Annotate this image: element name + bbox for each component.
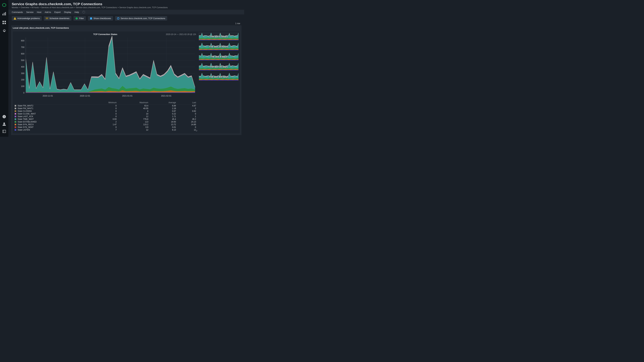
- timerange-thumb[interactable]: The last 35 days: [199, 63, 239, 70]
- timerange-thumb[interactable]: The last 400 days: [199, 73, 239, 81]
- chart-title: TCP Connection States: [45, 33, 166, 35]
- schedule-button[interactable]: 🚧 Schedule downtimes: [44, 16, 72, 21]
- svg-rect-18: [90, 17, 92, 19]
- legend-header: Maximum: [117, 101, 149, 104]
- toolbar: ⚠️ Acknowledge problems 🚧 Schedule downt…: [8, 14, 244, 22]
- timerange-thumb[interactable]: The last 25 hours: [199, 43, 239, 50]
- legend-value: 0.22: [149, 112, 176, 115]
- timerange-thumb[interactable]: The last 4 hours: [199, 33, 239, 40]
- legend-value: 0.9: [117, 126, 149, 129]
- legend-value: 2: [88, 120, 117, 123]
- timerange-thumb[interactable]: The last 8 days: [199, 53, 239, 60]
- settings-icon[interactable]: [2, 29, 6, 33]
- svg-text:0: 0: [23, 92, 24, 94]
- schedule-label: Schedule downtimes: [49, 17, 70, 19]
- main: Service Graphs docs.checkmk.com, TCP Con…: [8, 0, 244, 137]
- svg-text:300: 300: [21, 72, 24, 75]
- svg-marker-0: [2, 3, 6, 7]
- legend-value: 113: [117, 120, 149, 123]
- legend-value: 2: [176, 107, 197, 110]
- sidebar: i: [0, 0, 8, 137]
- dashboard-icon[interactable]: [2, 20, 6, 24]
- legend-value: 0: [88, 126, 117, 129]
- filter-label: Filter: [79, 17, 84, 19]
- service-icon: [117, 17, 120, 19]
- checkboxes-button[interactable]: Show checkboxes: [88, 16, 113, 21]
- menubar: CommandsServiceHostAdd toExportDisplayHe…: [8, 10, 244, 14]
- legend-value: 24.13: [176, 120, 197, 123]
- legend-value: 10: [117, 112, 149, 115]
- legend-value: 12: [176, 129, 197, 131]
- checkboxes-label: Show checkboxes: [94, 17, 111, 19]
- legend-value: 1: [176, 115, 197, 118]
- svg-rect-5: [4, 21, 6, 22]
- svg-rect-3: [5, 12, 6, 15]
- menu-add-to[interactable]: Add to: [45, 11, 51, 13]
- resize-handle-icon[interactable]: ◢: [196, 129, 197, 132]
- filter-button[interactable]: Filter: [74, 16, 86, 21]
- legend-name: State LISTEN: [18, 129, 30, 131]
- color-swatch: [14, 110, 16, 112]
- service-label: Service docs.checkmk.com, TCP Connection…: [120, 17, 165, 19]
- legend-name: State CLOSING: [18, 110, 32, 112]
- acknowledge-button[interactable]: ⚠️ Acknowledge problems: [12, 16, 42, 21]
- legend-value: 2.19: [149, 107, 176, 110]
- legend-name: State ESTABLISHED: [18, 121, 36, 123]
- legend-value: 6.84: [149, 104, 176, 107]
- svg-text:200: 200: [21, 79, 24, 81]
- legend-value: 14.85: [176, 123, 197, 126]
- legend-name: State TIME_WAIT: [18, 118, 34, 120]
- acknowledge-label: Acknowledge problems: [17, 17, 40, 19]
- legend-value: 19.93: [149, 120, 176, 123]
- legend-row: State FIN_WAIT2063.46.844.67: [14, 104, 197, 107]
- menu-host[interactable]: Host: [37, 11, 42, 13]
- monitor-icon[interactable]: [2, 12, 6, 16]
- main-graph: TCP Connection States 2020-10-14 — 2021-…: [14, 33, 197, 132]
- header: Service Graphs docs.checkmk.com, TCP Con…: [8, 0, 244, 10]
- legend-value: 0: [88, 107, 117, 110]
- panel-header: Local site prod, docs.checkmk.com, TCP C…: [11, 25, 242, 30]
- legend-name: State SYN_RECV: [18, 123, 34, 126]
- color-swatch: [14, 118, 16, 120]
- menu-help[interactable]: Help: [74, 11, 79, 13]
- menu-export[interactable]: Export: [54, 11, 61, 13]
- legend-value: 63.4: [117, 104, 149, 107]
- svg-text:400: 400: [21, 66, 24, 68]
- svg-text:600: 600: [21, 53, 24, 55]
- legend-value: 45.4: [149, 118, 176, 120]
- legend-header: Last: [176, 101, 197, 104]
- svg-rect-6: [2, 23, 4, 24]
- color-swatch: [14, 105, 16, 107]
- legend-value: 0.93: [88, 118, 117, 120]
- legend-header: [14, 101, 88, 104]
- logo-icon: [2, 3, 6, 7]
- legend-row: State SYN_RECV1.47115.213.7214.85: [14, 123, 197, 126]
- legend-name: State FIN_WAIT1: [18, 107, 33, 110]
- legend-value: 4.67: [176, 104, 197, 107]
- legend-value: 40.55: [117, 107, 149, 110]
- legend-value: 115.2: [117, 123, 149, 126]
- legend-row: State SYN_SENT00.90.010: [14, 126, 197, 129]
- legend-name: State SYN_SENT: [18, 126, 34, 128]
- menu-service[interactable]: Service: [26, 11, 33, 13]
- svg-point-11: [3, 122, 5, 124]
- legend-table: MinimumMaximumAverageLastState FIN_WAIT2…: [14, 101, 197, 131]
- timerange-thumbnails: The last 4 hoursThe last 25 hoursThe las…: [199, 33, 239, 132]
- menu-collapse-icon[interactable]: ⌃: [82, 11, 85, 13]
- legend-row: State FIN_WAIT1040.552.192: [14, 107, 197, 110]
- legend-row: State TIME_WAIT0.93776.845.426.2: [14, 118, 197, 120]
- menu-commands[interactable]: Commands: [12, 11, 23, 13]
- chart-canvas[interactable]: 01002003004005006007008002020-11-012020-…: [14, 36, 197, 98]
- menu-display[interactable]: Display: [64, 11, 71, 13]
- content-panel: Local site prod, docs.checkmk.com, TCP C…: [11, 25, 242, 135]
- color-swatch: [14, 113, 16, 115]
- legend-value: 8.13: [149, 129, 176, 131]
- svg-rect-2: [4, 13, 4, 15]
- service-button[interactable]: Service docs.checkmk.com, TCP Connection…: [115, 16, 167, 21]
- svg-rect-16: [76, 18, 77, 18]
- info-icon[interactable]: i: [2, 115, 6, 119]
- page-title: Service Graphs docs.checkmk.com, TCP Con…: [12, 2, 241, 6]
- user-icon[interactable]: [2, 122, 6, 126]
- sidebar-toggle-icon[interactable]: [2, 129, 6, 133]
- svg-rect-7: [4, 23, 6, 24]
